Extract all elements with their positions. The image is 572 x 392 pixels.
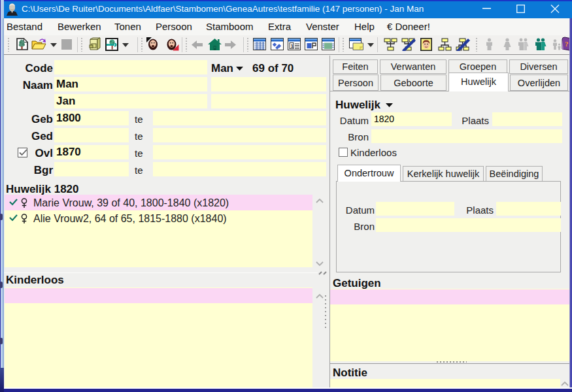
svg-text:1: 1 <box>291 43 294 49</box>
svg-text:?: ? <box>565 40 569 48</box>
